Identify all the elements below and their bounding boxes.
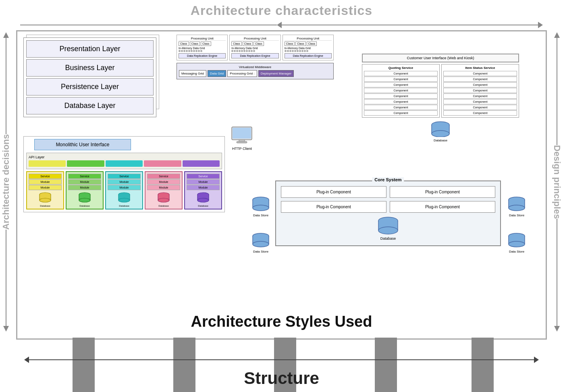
- core-system-label: Core System: [372, 177, 404, 182]
- service-2: Service Module Module Database: [66, 171, 104, 209]
- pu1-grid-label: In-Memory Data Grid: [179, 47, 226, 50]
- processing-grid: Processing Grid :: [227, 70, 257, 77]
- ds-rt-label: Data Store: [507, 214, 526, 217]
- plugin-2: Plug-in Component: [390, 186, 495, 198]
- svc3-db-label: Database: [108, 205, 141, 207]
- item-status-title: Item Status Service: [443, 66, 517, 70]
- pu3-class3: Class: [307, 41, 317, 46]
- is-comp2: Component: [443, 77, 517, 82]
- api-bar-cyan: [106, 160, 143, 167]
- plugin-1: Plug-in Component: [281, 186, 386, 198]
- qs-comp7: Component: [364, 105, 438, 110]
- svg-point-33: [197, 198, 209, 202]
- left-arrow-up: [3, 32, 9, 38]
- pu2-title: Processing Unit: [231, 37, 278, 41]
- processing-unit-1: Processing Unit Class Class Class In-Mem…: [177, 35, 228, 60]
- is-comp1: Component: [443, 71, 517, 76]
- right-arrow-up: [554, 32, 560, 38]
- pu2-class2: Class: [243, 41, 253, 46]
- svc1-module: Module: [29, 179, 62, 185]
- pu2-class1: Class: [231, 41, 242, 46]
- svc3-service: Service: [108, 174, 141, 179]
- service-based-arch: Customer User Interface (Web and Kiosk) …: [362, 54, 519, 142]
- pu2-replication: Data Replication Engine: [231, 53, 278, 58]
- svc1-db-cylinder: [39, 192, 52, 203]
- structure-arrow: [24, 356, 539, 364]
- svg-point-13: [39, 198, 51, 202]
- content-area: Presentation Layer Business Layer Persis…: [16, 30, 547, 340]
- mk-db-cylinder: [377, 217, 399, 235]
- pu1-class1: Class: [179, 41, 189, 46]
- messaging-grid: Messaging Grid: [179, 70, 206, 77]
- svg-rect-1: [233, 128, 251, 139]
- api-bar-pink: [144, 160, 181, 167]
- ds-left-bottom: Data Store: [251, 233, 270, 253]
- svg-point-8: [432, 131, 449, 137]
- service-4: Service Module Module Database: [145, 171, 183, 209]
- sb-db-label: Database: [362, 139, 519, 142]
- svc5-db-label: Database: [187, 205, 220, 207]
- main-title: Architecture Styles Used: [25, 313, 538, 330]
- ds-right-top: Data Store: [507, 197, 526, 217]
- svg-point-28: [158, 198, 169, 202]
- api-layer-title: API Layer: [29, 155, 220, 159]
- processing-unit-2: Processing Unit Class Class Class In-Mem…: [229, 35, 280, 60]
- pu1-class2: Class: [190, 41, 200, 46]
- virt-title: Virtualized Middleware: [179, 65, 331, 69]
- qs-comp8: Component: [364, 110, 438, 116]
- ds-rt-cylinder: [507, 197, 526, 212]
- ds-right-bottom: Data Store: [507, 233, 526, 253]
- main-container: Architecture characteristics Architectur…: [0, 0, 563, 392]
- sb-database: Database: [362, 121, 519, 142]
- persistence-layer: Persistence Layer: [26, 78, 154, 95]
- processing-unit-3: Processing Unit Class Class Class In-Mem…: [283, 35, 334, 60]
- microservices-arch: Monolithic User Interface API Layer: [23, 136, 225, 212]
- ds-lt-cylinder: [251, 197, 270, 212]
- svg-rect-3: [237, 141, 247, 143]
- svc2-db-cylinder: [78, 192, 91, 203]
- svc2-db-label: Database: [68, 205, 101, 207]
- svc4-db-label: Database: [147, 205, 180, 207]
- api-bar-purple: [183, 160, 220, 167]
- qs-comp3: Component: [364, 82, 438, 87]
- pu3-class2: Class: [295, 41, 306, 46]
- qs-comp4: Component: [364, 88, 438, 93]
- arch-char-arrow: [20, 21, 543, 29]
- svg-point-53: [509, 205, 525, 211]
- pu3-replication: Data Replication Engine: [285, 53, 332, 58]
- api-bar-yellow: [29, 160, 66, 167]
- svc3-db-cylinder: [118, 192, 131, 203]
- api-bar-green: [67, 160, 104, 167]
- quoting-service: Quoting Service Component Component Comp…: [362, 64, 440, 118]
- svc5-service: Service: [187, 174, 220, 179]
- left-arrow-down: [3, 326, 9, 332]
- is-comp8: Component: [443, 110, 517, 116]
- svc3-module: Module: [108, 179, 141, 185]
- svc5-db-cylinder: [197, 192, 210, 203]
- is-comp7: Component: [443, 105, 517, 110]
- pu1-replication: Data Replication Engine: [179, 53, 226, 58]
- space-based-arch: Processing Unit Class Class Class In-Mem…: [177, 35, 334, 79]
- service-5: Service Module Module Database: [184, 171, 222, 209]
- virtualized-middleware: Virtualized Middleware Messaging Grid Da…: [177, 63, 334, 79]
- svc1-service: Service: [29, 174, 62, 179]
- arch-char-label: Architecture characteristics: [0, 3, 563, 18]
- svc1-db-label: Database: [29, 205, 62, 207]
- qs-comp5: Component: [364, 93, 438, 99]
- svc1-module2: Module: [29, 185, 62, 190]
- structure-arrow-line: [29, 359, 534, 360]
- service-1: Service Module Module Database: [26, 171, 64, 209]
- service-modules-row: Service Module Module Database: [26, 171, 222, 209]
- sb-db-cylinder: [430, 121, 451, 137]
- arch-char-arrow-right: [538, 22, 543, 28]
- plugin-4: Plug-in Component: [390, 201, 495, 213]
- database-layer: Database Layer: [26, 97, 154, 114]
- presentation-layer: Presentation Layer: [26, 40, 154, 58]
- left-arrow-line-2: [6, 230, 6, 326]
- svg-point-48: [253, 241, 269, 247]
- ds-rb-cylinder: [507, 233, 526, 248]
- left-arrow-line: [6, 38, 6, 134]
- pu3-title: Processing Unit: [285, 37, 332, 41]
- service-3: Service Module Module Database: [105, 171, 143, 209]
- svc2-service: Service: [68, 174, 101, 179]
